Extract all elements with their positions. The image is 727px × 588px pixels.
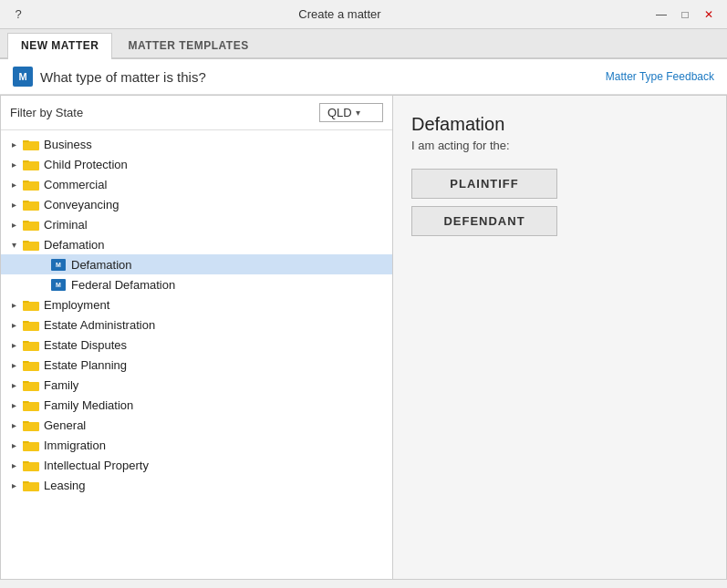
folder-icon <box>23 138 39 150</box>
list-item[interactable]: Defamation <box>1 234 392 254</box>
svg-rect-44 <box>23 461 29 463</box>
svg-rect-39 <box>23 442 39 451</box>
filter-bar: Filter by State QLD ▾ <box>1 96 392 130</box>
svg-rect-30 <box>23 382 39 391</box>
collapsed-icon[interactable] <box>6 397 21 412</box>
matter-type-icon: M <box>50 258 67 271</box>
left-panel: Filter by State QLD ▾ Business Child Pro… <box>1 96 393 579</box>
svg-rect-17 <box>23 241 29 242</box>
tab-new-matter[interactable]: NEW MATTER <box>7 33 112 59</box>
item-label: Commercial <box>44 178 107 191</box>
svg-rect-15 <box>23 242 39 251</box>
collapsed-icon[interactable] <box>6 478 21 492</box>
expanded-icon[interactable] <box>6 237 21 252</box>
selected-matter-title: Defamation <box>411 114 708 135</box>
help-button[interactable]: ? <box>7 5 29 24</box>
collapsed-icon[interactable] <box>6 137 21 151</box>
list-item[interactable]: Leasing <box>1 475 392 495</box>
state-filter-dropdown[interactable]: QLD ▾ <box>319 103 383 122</box>
plaintiff-button[interactable]: PLAINTIFF <box>411 169 557 199</box>
svg-rect-27 <box>23 362 39 371</box>
collapsed-icon[interactable] <box>6 377 21 392</box>
list-item[interactable]: Child Protection <box>1 154 392 174</box>
item-label: Defamation <box>44 238 104 252</box>
folder-icon <box>23 358 39 371</box>
list-item[interactable]: Family Mediation <box>1 395 392 415</box>
list-item[interactable]: MFederal Defamation★ <box>1 274 392 294</box>
collapsed-icon[interactable] <box>6 197 21 211</box>
page-header: M What type of matter is this? Matter Ty… <box>0 59 727 95</box>
svg-rect-45 <box>23 482 39 491</box>
main-content: Filter by State QLD ▾ Business Child Pro… <box>0 95 727 580</box>
tab-matter-templates[interactable]: MATTER TEMPLATES <box>114 33 262 57</box>
folder-icon <box>23 418 39 431</box>
collapsed-icon[interactable] <box>6 337 21 352</box>
folder-icon <box>23 198 39 211</box>
collapsed-icon[interactable] <box>6 297 21 312</box>
list-item[interactable]: Estate Disputes <box>1 335 392 355</box>
svg-rect-8 <box>23 181 29 182</box>
svg-rect-9 <box>23 201 39 211</box>
list-item[interactable]: General <box>1 415 392 435</box>
list-item[interactable]: Employment <box>1 294 392 315</box>
item-label: Immigration <box>44 438 106 452</box>
folder-icon <box>23 398 39 411</box>
dropdown-arrow-icon: ▾ <box>356 108 360 118</box>
maximize-button[interactable]: □ <box>674 5 696 24</box>
collapsed-icon[interactable] <box>6 217 21 232</box>
svg-rect-33 <box>23 402 39 411</box>
svg-rect-12 <box>23 222 39 231</box>
folder-icon <box>23 438 39 451</box>
item-label: Estate Administration <box>44 318 155 332</box>
collapsed-icon[interactable] <box>6 177 21 191</box>
matter-type-feedback-link[interactable]: Matter Type Feedback <box>606 70 714 83</box>
svg-rect-23 <box>23 321 29 323</box>
list-item[interactable]: Criminal <box>1 214 392 234</box>
item-label: Federal Defamation <box>71 278 175 292</box>
window-controls: — □ ✕ <box>650 5 720 24</box>
minimize-button[interactable]: — <box>650 5 672 24</box>
folder-icon <box>23 459 39 471</box>
close-button[interactable]: ✕ <box>698 5 720 24</box>
item-label: Child Protection <box>44 158 128 171</box>
item-label: Family Mediation <box>44 398 133 412</box>
item-label: Leasing <box>44 479 86 492</box>
list-item[interactable]: Estate Administration <box>1 315 392 335</box>
folder-icon <box>23 338 39 351</box>
collapsed-icon[interactable] <box>6 438 21 452</box>
collapsed-icon[interactable] <box>6 458 21 472</box>
right-panel: Defamation I am acting for the: PLAINTIF… <box>393 96 726 579</box>
svg-rect-24 <box>23 342 39 351</box>
svg-rect-29 <box>23 361 29 363</box>
folder-icon <box>23 218 39 231</box>
svg-rect-14 <box>23 221 29 222</box>
collapsed-icon[interactable] <box>6 357 21 372</box>
acting-for-label: I am acting for the: <box>411 139 708 152</box>
list-item[interactable]: Family <box>1 375 392 395</box>
svg-rect-38 <box>23 421 29 423</box>
svg-rect-32 <box>23 381 29 383</box>
folder-icon <box>23 158 39 170</box>
window-title: Create a matter <box>29 7 650 21</box>
item-label: General <box>44 418 86 432</box>
svg-rect-11 <box>23 201 29 202</box>
svg-rect-18 <box>23 302 39 311</box>
filter-label: Filter by State <box>10 106 83 119</box>
svg-rect-6 <box>23 181 39 191</box>
list-item[interactable]: Conveyancing <box>1 194 392 214</box>
collapsed-icon[interactable] <box>6 418 21 432</box>
folder-icon <box>23 378 39 391</box>
folder-icon <box>23 178 39 191</box>
list-item[interactable]: Intellectual Property <box>1 455 392 475</box>
list-item[interactable]: Commercial <box>1 174 392 194</box>
list-item[interactable]: Business <box>1 134 392 154</box>
defendant-button[interactable]: DEFENDANT <box>411 206 557 236</box>
list-item[interactable]: Immigration <box>1 435 392 455</box>
app-icon: M <box>13 67 33 87</box>
list-item[interactable]: Estate Planning <box>1 355 392 375</box>
collapsed-icon[interactable] <box>6 157 21 171</box>
list-item[interactable]: MDefamation★ <box>1 254 392 274</box>
collapsed-icon[interactable] <box>6 317 21 332</box>
svg-rect-2 <box>23 140 29 142</box>
svg-rect-36 <box>23 422 39 431</box>
